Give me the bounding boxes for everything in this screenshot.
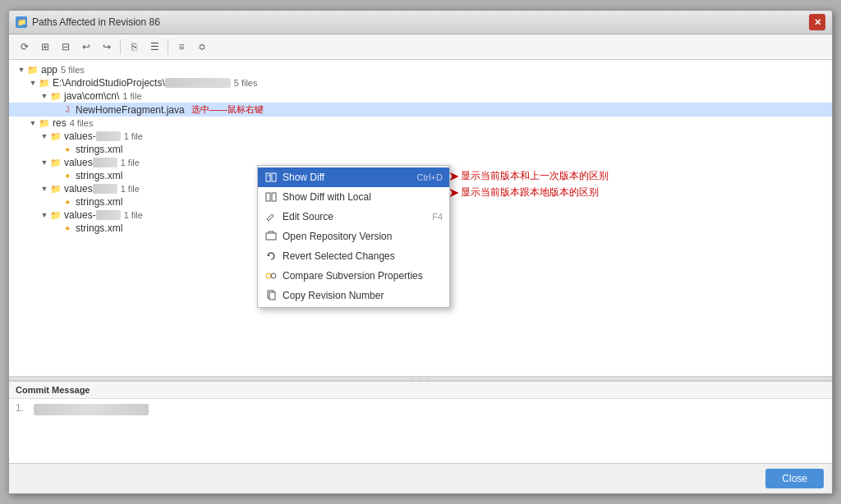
compare-svn-icon bbox=[264, 269, 278, 282]
settings-button[interactable]: ☰ bbox=[145, 38, 163, 56]
blurred-values2 bbox=[93, 158, 117, 167]
ctx-item-show-diff[interactable]: Show Diff Ctrl+D bbox=[258, 167, 449, 187]
toggle-space3 bbox=[50, 170, 62, 181]
blurred-values1 bbox=[96, 131, 121, 141]
tree-label-strings2: strings.xml bbox=[76, 170, 122, 181]
toggle-values1[interactable]: ▼ bbox=[39, 131, 50, 142]
filter-button[interactable]: ≎ bbox=[193, 38, 211, 56]
folder-icon-values1: 📁 bbox=[50, 131, 62, 142]
badge-res: 4 files bbox=[70, 118, 94, 128]
tree-label-path1: E:\AndroidStudioProjects\ bbox=[53, 77, 165, 89]
xml-file-icon-4: ✦ bbox=[62, 222, 73, 234]
tree-label-values3: values bbox=[64, 183, 93, 195]
forward-button[interactable]: ↪ bbox=[98, 38, 116, 56]
tree-label-values4: values- bbox=[64, 209, 96, 221]
ctx-label-compare-svn: Compare Subversion Properties bbox=[283, 270, 443, 282]
revert-icon bbox=[264, 250, 278, 263]
back-button[interactable]: ↩ bbox=[77, 38, 95, 56]
toggle-app[interactable]: ▼ bbox=[16, 64, 27, 76]
ctx-label-revert: Revert Selected Changes bbox=[283, 250, 443, 262]
tree-item-java[interactable]: ▼ 📁 java\com\cn\ 1 file bbox=[9, 89, 832, 103]
ctx-item-revert[interactable]: Revert Selected Changes bbox=[258, 246, 449, 266]
folder-icon-values2: 📁 bbox=[50, 157, 62, 168]
svg-rect-14 bbox=[269, 292, 275, 300]
folder-icon-path1: 📁 bbox=[39, 77, 50, 89]
svg-rect-4 bbox=[272, 193, 276, 201]
svg-rect-6 bbox=[266, 233, 276, 240]
expand-all-button[interactable]: ⊞ bbox=[36, 38, 54, 56]
toolbar: ⟳ ⊞ ⊟ ↩ ↪ ⎘ ☰ ≡ ≎ bbox=[9, 34, 832, 60]
window-close-button[interactable]: ✕ bbox=[809, 14, 825, 30]
toggle-values2[interactable]: ▼ bbox=[39, 157, 50, 168]
tree-label-values1: values- bbox=[64, 131, 96, 142]
main-window: 📁 Paths Affected in Revision 86 ✕ ⟳ ⊞ ⊟ … bbox=[8, 10, 833, 494]
xml-file-icon-1: ✦ bbox=[62, 144, 73, 155]
xml-file-icon-3: ✦ bbox=[62, 196, 73, 208]
tree-label-java: java\com\cn\ bbox=[64, 90, 119, 102]
tree-item-res[interactable]: ▼ 📁 res 4 files bbox=[9, 117, 832, 130]
svg-line-5 bbox=[267, 219, 269, 221]
ctx-shortcut-edit-source: F4 bbox=[432, 212, 443, 222]
commit-line-number: 1. bbox=[16, 402, 29, 414]
collapse-all-button[interactable]: ⊟ bbox=[57, 38, 75, 56]
folder-icon-app: 📁 bbox=[27, 64, 39, 76]
xml-file-icon-2: ✦ bbox=[62, 170, 73, 181]
ctx-item-open-repo[interactable]: Open Repository Version bbox=[258, 227, 449, 246]
commit-text-area: 1. bbox=[9, 399, 832, 463]
badge-path1: 5 files bbox=[234, 78, 258, 88]
badge-values3: 1 file bbox=[121, 184, 140, 194]
toggle-values4[interactable]: ▼ bbox=[39, 209, 50, 221]
ctx-item-compare-svn[interactable]: Compare Subversion Properties bbox=[258, 266, 449, 286]
copy-revision-icon bbox=[264, 289, 278, 302]
toggle-space5 bbox=[50, 222, 62, 234]
svg-point-12 bbox=[271, 273, 276, 278]
sort-button[interactable]: ≡ bbox=[172, 38, 191, 56]
tree-panel[interactable]: ▼ 📁 app 5 files ▼ 📁 E:\AndroidStudioProj… bbox=[9, 60, 832, 376]
annotation-right-click: 鼠标右键 bbox=[227, 103, 264, 116]
diff-local-icon bbox=[264, 190, 278, 204]
toggle-space4 bbox=[50, 196, 62, 208]
main-content: ▼ 📁 app 5 files ▼ 📁 E:\AndroidStudioProj… bbox=[9, 60, 832, 463]
blurred-values3 bbox=[93, 184, 117, 194]
toggle-path1[interactable]: ▼ bbox=[27, 77, 39, 89]
toggle-space bbox=[50, 104, 62, 116]
ctx-shortcut-show-diff: Ctrl+D bbox=[417, 172, 443, 182]
tree-item-fragment[interactable]: J NewHomeFragment.java 选中—— 鼠标右键 bbox=[9, 103, 832, 117]
ctx-item-copy-revision[interactable]: Copy Revision Number bbox=[258, 286, 449, 305]
refresh-button[interactable]: ⟳ bbox=[16, 38, 34, 56]
copy-button[interactable]: ⎘ bbox=[125, 38, 143, 56]
folder-icon-values3: 📁 bbox=[50, 183, 62, 195]
ctx-label-show-diff: Show Diff bbox=[283, 172, 412, 183]
blurred-path bbox=[165, 78, 231, 88]
ctx-item-edit-source[interactable]: Edit Source F4 bbox=[258, 207, 449, 227]
tree-label-strings3: strings.xml bbox=[76, 196, 122, 208]
tree-item-path1[interactable]: ▼ 📁 E:\AndroidStudioProjects\ 5 files bbox=[9, 76, 832, 89]
ctx-item-show-diff-local[interactable]: Show Diff with Local bbox=[258, 187, 449, 207]
badge-values1: 1 file bbox=[124, 131, 143, 141]
folder-icon-values4: 📁 bbox=[50, 209, 62, 221]
tree-label-app: app bbox=[41, 64, 57, 76]
svg-rect-0 bbox=[266, 173, 270, 181]
badge-app: 5 files bbox=[61, 65, 85, 75]
badge-values4: 1 file bbox=[124, 210, 143, 220]
close-dialog-button[interactable]: Close bbox=[765, 469, 824, 488]
tree-item-strings1[interactable]: ✦ strings.xml bbox=[9, 143, 832, 156]
svg-rect-1 bbox=[272, 173, 276, 181]
toggle-space2 bbox=[50, 144, 62, 155]
ctx-label-copy-revision: Copy Revision Number bbox=[283, 290, 443, 301]
commit-label: Commit Message bbox=[9, 382, 832, 399]
toolbar-separator-1 bbox=[120, 39, 121, 54]
ctx-label-open-repo: Open Repository Version bbox=[283, 231, 443, 242]
tree-item-app[interactable]: ▼ 📁 app 5 files bbox=[9, 63, 832, 76]
tree-item-values1[interactable]: ▼ 📁 values- 1 file bbox=[9, 130, 832, 143]
ctx-label-show-diff-local: Show Diff with Local bbox=[283, 191, 443, 203]
commit-message-blurred bbox=[34, 404, 149, 415]
window-title: Paths Affected in Revision 86 bbox=[32, 16, 160, 28]
tree-label-strings1: strings.xml bbox=[76, 144, 122, 155]
ctx-label-edit-source: Edit Source bbox=[283, 211, 427, 222]
toggle-values3[interactable]: ▼ bbox=[39, 183, 50, 195]
toggle-res[interactable]: ▼ bbox=[27, 117, 39, 129]
toggle-java[interactable]: ▼ bbox=[39, 90, 50, 102]
window-icon: 📁 bbox=[16, 16, 27, 28]
blurred-values4 bbox=[96, 210, 121, 220]
